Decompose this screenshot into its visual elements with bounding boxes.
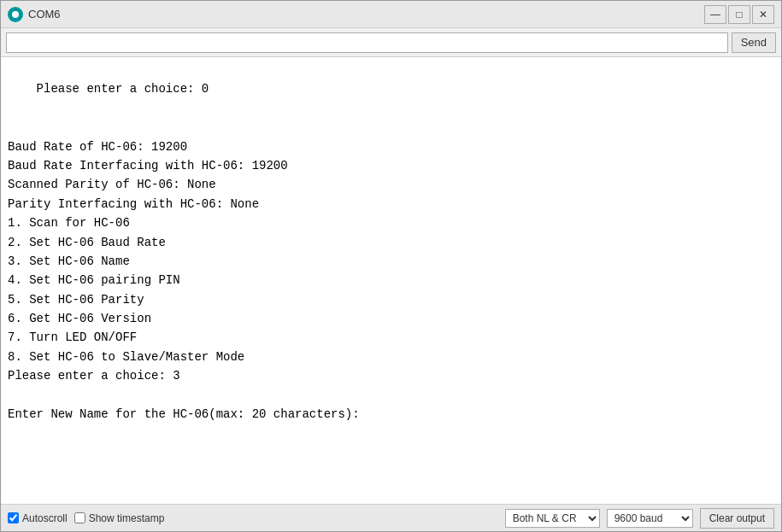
app-icon — [8, 7, 23, 22]
serial-output: Please enter a choice: 0 Baud Rate of HC… — [1, 57, 781, 504]
autoscroll-label[interactable]: Autoscroll — [8, 512, 68, 524]
timestamp-label[interactable]: Show timestamp — [74, 512, 165, 524]
maximize-button[interactable]: □ — [728, 5, 750, 24]
baud-rate-dropdown[interactable]: 300 baud 1200 baud 2400 baud 4800 baud 9… — [607, 509, 693, 528]
minimize-button[interactable]: — — [704, 5, 726, 24]
autoscroll-checkbox[interactable] — [8, 512, 19, 523]
status-bar: Autoscroll Show timestamp Both NL & CR N… — [1, 504, 781, 531]
line-ending-dropdown[interactable]: Both NL & CR No line ending Newline Carr… — [505, 509, 600, 528]
output-text: Please enter a choice: 0 Baud Rate of HC… — [8, 82, 360, 421]
clear-output-button[interactable]: Clear output — [700, 508, 774, 529]
title-bar: COM6 — □ ✕ — [1, 1, 781, 28]
send-button[interactable]: Send — [732, 32, 776, 53]
input-bar: Send — [1, 28, 781, 57]
timestamp-text: Show timestamp — [89, 512, 165, 524]
window-title: COM6 — [28, 8, 704, 20]
window-controls: — □ ✕ — [704, 5, 774, 24]
main-window: COM6 — □ ✕ Send Please enter a choice: 0… — [0, 0, 782, 532]
autoscroll-text: Autoscroll — [22, 512, 68, 524]
close-button[interactable]: ✕ — [752, 5, 774, 24]
timestamp-checkbox[interactable] — [74, 512, 85, 523]
serial-input[interactable] — [6, 32, 728, 53]
